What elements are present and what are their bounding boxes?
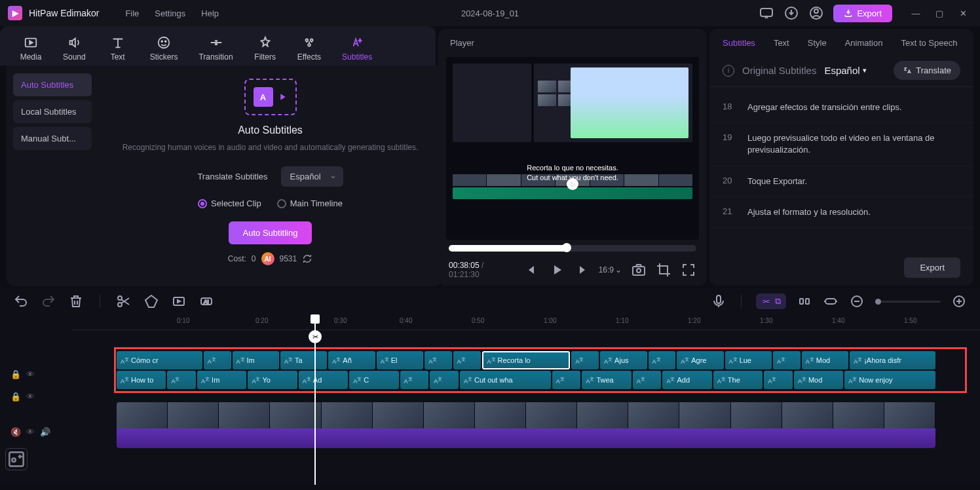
subtitle-clip[interactable]: A文 <box>430 371 459 389</box>
menu-help[interactable]: Help <box>201 9 219 18</box>
subtitle-clip[interactable]: A文The <box>713 371 763 389</box>
info-icon[interactable]: i <box>723 65 734 77</box>
tab-stickers[interactable]: Stickers <box>143 31 185 66</box>
rtab-animation[interactable]: Animation <box>845 38 883 48</box>
lock-icon[interactable]: 🔒 <box>10 369 21 379</box>
subtitle-clip[interactable]: A文 <box>649 351 676 369</box>
subtitle-clip[interactable]: A文Add <box>662 371 711 389</box>
subtitle-row[interactable]: 19Luego previsualice todo el video en la… <box>709 123 973 166</box>
subtitle-track-es[interactable]: A文Cómo crA文A文ImA文TaA文AñA文ElA文A文A文Recorta… <box>117 351 935 369</box>
rtab-style[interactable]: Style <box>808 38 827 48</box>
subtitle-clip[interactable]: A文Im <box>197 371 246 389</box>
tab-sound[interactable]: Sound <box>56 31 92 66</box>
eye-icon[interactable]: 👁 <box>26 369 35 379</box>
subtitle-clip[interactable]: A文C <box>349 371 398 389</box>
play-icon[interactable] <box>549 262 565 278</box>
snap-toggle[interactable]: ⫘⧉ <box>756 293 786 309</box>
subtitle-language-dropdown[interactable]: Español ▾ <box>824 65 866 76</box>
subtitle-clip[interactable]: A文 <box>571 351 599 369</box>
subtitle-clip[interactable]: A文Ajus <box>600 351 647 369</box>
eye-icon[interactable]: 👁 <box>26 392 35 402</box>
crop-tool-icon[interactable] <box>143 293 159 309</box>
subtitle-clip[interactable]: A文 <box>552 371 581 389</box>
mic-icon[interactable] <box>711 293 726 309</box>
tab-filters[interactable]: Filters <box>248 31 283 66</box>
subtitle-clip[interactable]: A文 <box>204 351 231 369</box>
player-scrubber[interactable] <box>449 245 696 252</box>
language-select[interactable]: Español <box>281 166 343 187</box>
subtitle-clip[interactable]: A文Now enjoy <box>844 371 935 389</box>
split-icon[interactable] <box>116 293 132 309</box>
maximize-button[interactable]: ▢ <box>930 4 949 22</box>
crop-icon[interactable] <box>656 262 671 278</box>
chat-icon[interactable] <box>759 5 774 21</box>
eye-icon[interactable]: 👁 <box>26 427 35 437</box>
subtitle-track-en[interactable]: A文How toA文A文ImA文YoA文AdA文CA文A文A文Cut out w… <box>117 371 935 389</box>
download-icon[interactable] <box>783 5 799 21</box>
video-track[interactable]: ▶ 1:21 Video Editing Tips for Beginners <box>117 402 935 448</box>
zoom-in-icon[interactable] <box>951 293 967 309</box>
fit-icon[interactable] <box>823 293 839 309</box>
lock-icon[interactable]: 🔒 <box>10 392 21 402</box>
close-button[interactable]: ✕ <box>954 4 972 22</box>
tab-media[interactable]: Media <box>13 31 48 66</box>
radio-selected-clip[interactable]: Selected Clip <box>198 198 261 208</box>
zoom-out-icon[interactable] <box>849 293 865 309</box>
sidebar-local-subtitles[interactable]: Local Subtitles <box>13 100 92 123</box>
subtitle-clip[interactable]: A文Twea <box>582 371 631 389</box>
redo-icon[interactable] <box>41 293 56 309</box>
next-frame-icon[interactable] <box>574 262 590 278</box>
fullscreen-icon[interactable] <box>681 262 696 278</box>
tab-transition[interactable]: Transition <box>192 31 239 66</box>
timeline-ruler[interactable]: 0:10 0:20 0:30 0:40 0:50 1:00 1:10 1:20 … <box>72 314 980 330</box>
speed-icon[interactable] <box>171 293 187 309</box>
subtitle-clip[interactable]: A文Lue <box>725 351 772 369</box>
rtab-tts[interactable]: Text to Speech <box>901 38 957 48</box>
timeline[interactable]: 🔒👁 🔒👁 🔇👁🔊 0:10 0:20 0:30 0:40 0:50 1:00 … <box>0 314 980 485</box>
tab-text[interactable]: Text <box>100 31 136 66</box>
mute-icon[interactable]: 🔇 <box>10 427 21 437</box>
tab-effects[interactable]: Effects <box>291 31 328 66</box>
prev-frame-icon[interactable] <box>524 262 540 278</box>
subtitle-clip[interactable]: A文Añ <box>328 351 375 369</box>
sidebar-auto-subtitles[interactable]: Auto Subtitles <box>13 73 92 96</box>
zoom-slider[interactable] <box>875 301 941 303</box>
subtitle-row[interactable]: 20Toque Exportar. <box>709 166 973 197</box>
delete-icon[interactable] <box>68 293 84 309</box>
subtitle-row[interactable]: 21Ajusta el formato y la resolución. <box>709 197 973 228</box>
ai-tool-icon[interactable]: AI <box>198 293 214 309</box>
subtitle-clip[interactable]: A文Ta <box>280 351 327 369</box>
playhead[interactable] <box>314 314 316 485</box>
radio-main-timeline[interactable]: Main Timeline <box>277 198 343 208</box>
subtitle-clip[interactable]: A文 <box>764 371 793 389</box>
subtitle-clip[interactable]: A文Recorta lo <box>482 351 571 369</box>
menu-settings[interactable]: Settings <box>155 9 185 18</box>
speaker-icon[interactable]: 🔊 <box>40 427 50 437</box>
subtitle-clip[interactable]: A文¡Ahora disfr <box>850 351 935 369</box>
subtitle-clip[interactable]: A文 <box>453 351 481 369</box>
auto-subtitling-button[interactable]: Auto Subtitling <box>229 221 312 244</box>
subtitle-clip[interactable]: A文Cut out wha <box>460 371 551 389</box>
subtitle-clip[interactable]: A文 <box>773 351 801 369</box>
player-preview[interactable]: Recorta lo que no necesitas. Cut out wha… <box>446 57 699 240</box>
subtitle-clip[interactable]: A文 <box>424 351 452 369</box>
rtab-subtitles[interactable]: Subtitles <box>723 38 755 48</box>
snapshot-icon[interactable] <box>631 262 647 278</box>
rtab-text[interactable]: Text <box>774 38 789 48</box>
export-subtitles-button[interactable]: Export <box>904 257 960 278</box>
profile-icon[interactable] <box>808 5 824 21</box>
subtitle-clip[interactable]: A文Ad <box>299 371 348 389</box>
sidebar-manual-subtitles[interactable]: Manual Subt... <box>13 127 92 150</box>
tab-subtitles[interactable]: Subtitles <box>335 31 379 66</box>
subtitle-clip[interactable]: A文 <box>633 371 662 389</box>
subtitle-clip[interactable]: A文El <box>377 351 423 369</box>
subtitle-clip[interactable]: A文Agre <box>677 351 723 369</box>
subtitle-row[interactable]: 18Agregar efectos de transición entre cl… <box>709 92 973 123</box>
subtitle-clip[interactable]: A文 <box>400 371 429 389</box>
subtitle-list[interactable]: 18Agregar efectos de transición entre cl… <box>709 87 973 250</box>
translate-button[interactable]: Translate <box>894 61 960 80</box>
subtitle-clip[interactable]: A文Yo <box>248 371 297 389</box>
subtitle-clip[interactable]: A文Mod <box>794 371 843 389</box>
subtitle-clip[interactable]: A文How to <box>117 371 166 389</box>
subtitle-clip[interactable]: A文Cómo cr <box>117 351 202 369</box>
